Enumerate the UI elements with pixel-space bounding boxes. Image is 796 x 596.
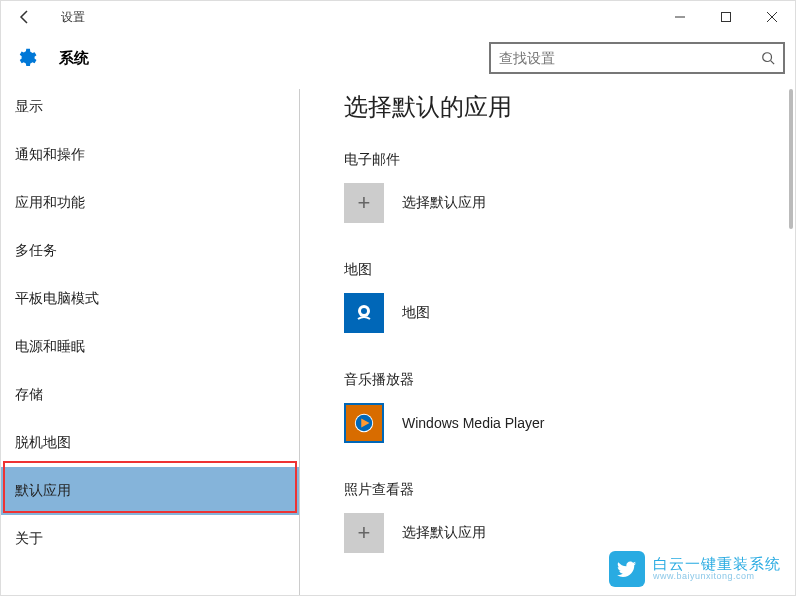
back-button[interactable]	[1, 1, 49, 33]
sidebar-item-notifications[interactable]: 通知和操作	[1, 131, 299, 179]
watermark-text: 白云一键重装系统 www.baiyunxitong.com	[653, 556, 781, 582]
content-title: 选择默认的应用	[344, 91, 795, 123]
minimize-button[interactable]	[657, 1, 703, 33]
sidebar-item-display[interactable]: 显示	[1, 83, 299, 131]
maximize-button[interactable]	[703, 1, 749, 33]
close-icon	[767, 12, 777, 22]
app-name: Windows Media Player	[402, 415, 544, 431]
watermark-icon	[609, 551, 645, 587]
maps-icon	[352, 301, 376, 325]
plus-icon: +	[358, 520, 371, 546]
sidebar-item-apps-features[interactable]: 应用和功能	[1, 179, 299, 227]
watermark: 白云一键重装系统 www.baiyunxitong.com	[609, 551, 781, 587]
content: 选择默认的应用 电子邮件 + 选择默认应用 地图 地图 音乐播放器	[300, 83, 795, 595]
wmp-icon	[353, 412, 375, 434]
search-input[interactable]	[499, 50, 761, 66]
plus-tile: +	[344, 513, 384, 553]
category-maps: 地图 地图	[344, 261, 795, 333]
app-row[interactable]: 地图	[344, 293, 795, 333]
category-label: 地图	[344, 261, 795, 279]
app-row[interactable]: + 选择默认应用	[344, 183, 795, 223]
category-music: 音乐播放器 Windows Media Player	[344, 371, 795, 443]
category-label: 照片查看器	[344, 481, 795, 499]
app-name: 地图	[402, 304, 430, 322]
gear-icon	[15, 47, 37, 69]
svg-point-4	[763, 53, 772, 62]
search-icon	[761, 51, 775, 65]
app-row[interactable]: Windows Media Player	[344, 403, 795, 443]
arrow-left-icon	[17, 9, 33, 25]
watermark-main: 白云一键重装系统	[653, 556, 781, 573]
titlebar: 设置	[1, 1, 795, 33]
window-title: 设置	[61, 9, 85, 26]
maximize-icon	[721, 12, 731, 22]
app-row[interactable]: + 选择默认应用	[344, 513, 795, 553]
window-controls	[657, 1, 795, 33]
wmp-tile	[344, 403, 384, 443]
sidebar-item-storage[interactable]: 存储	[1, 371, 299, 419]
app-name: 选择默认应用	[402, 194, 486, 212]
close-button[interactable]	[749, 1, 795, 33]
svg-line-5	[771, 61, 775, 65]
sidebar: 显示 通知和操作 应用和功能 多任务 平板电脑模式 电源和睡眠 存储 脱机地图 …	[1, 83, 299, 595]
category-photos: 照片查看器 + 选择默认应用	[344, 481, 795, 553]
app-name: 选择默认应用	[402, 524, 486, 542]
body: 显示 通知和操作 应用和功能 多任务 平板电脑模式 电源和睡眠 存储 脱机地图 …	[1, 83, 795, 595]
search-box[interactable]	[489, 42, 785, 74]
watermark-sub: www.baiyunxitong.com	[653, 572, 781, 582]
svg-point-7	[361, 308, 367, 314]
sidebar-item-power-sleep[interactable]: 电源和睡眠	[1, 323, 299, 371]
svg-rect-1	[722, 13, 731, 22]
category-label: 音乐播放器	[344, 371, 795, 389]
category-email: 电子邮件 + 选择默认应用	[344, 151, 795, 223]
sidebar-item-offline-maps[interactable]: 脱机地图	[1, 419, 299, 467]
bird-icon	[616, 558, 638, 580]
header-title: 系统	[59, 49, 89, 68]
minimize-icon	[675, 12, 685, 22]
sidebar-item-tablet-mode[interactable]: 平板电脑模式	[1, 275, 299, 323]
maps-tile	[344, 293, 384, 333]
header: 系统	[1, 33, 795, 83]
sidebar-item-multitasking[interactable]: 多任务	[1, 227, 299, 275]
scrollbar-thumb[interactable]	[789, 89, 793, 229]
plus-icon: +	[358, 190, 371, 216]
plus-tile: +	[344, 183, 384, 223]
sidebar-item-about[interactable]: 关于	[1, 515, 299, 563]
category-label: 电子邮件	[344, 151, 795, 169]
sidebar-item-default-apps[interactable]: 默认应用	[1, 467, 299, 515]
